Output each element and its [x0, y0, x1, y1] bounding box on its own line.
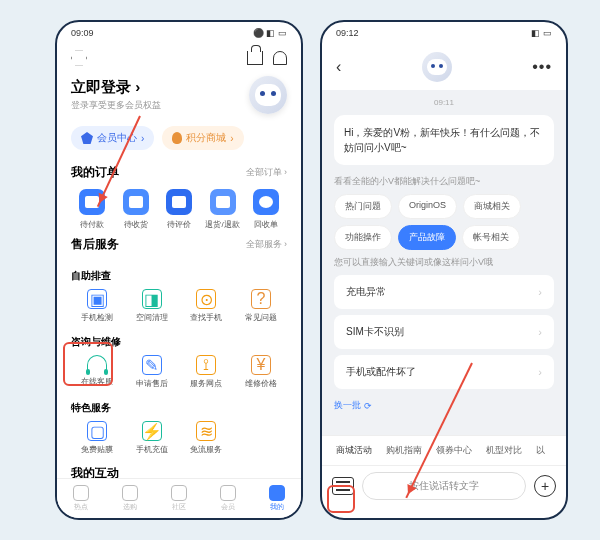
order-pending-review[interactable]: 待评价	[158, 189, 200, 230]
hint-categories: 看看全能的小V都能解决什么问题吧~	[334, 175, 554, 188]
tab-coupon[interactable]: 领券中心	[436, 444, 472, 457]
service-title: 售后服务	[71, 236, 119, 253]
tab-buy-guide[interactable]: 购机指南	[386, 444, 422, 457]
faq-broken[interactable]: 手机或配件坏了›	[334, 355, 554, 389]
bot-face-icon	[427, 59, 447, 75]
chip-originos[interactable]: OriginOS	[398, 194, 457, 219]
quick-tabs: 商城活动 购机指南 领券中心 机型对比 以	[322, 435, 566, 465]
phone-left: 09:09 ⚫ ◧ ▭ 立即登录 › 登录享受更多会员权益 会员中心 › 积分商…	[55, 20, 303, 520]
input-bar: 按住说话转文字 +	[322, 465, 566, 505]
chip-fault[interactable]: 产品故障	[398, 225, 456, 250]
member-center-pill[interactable]: 会员中心 ›	[71, 126, 154, 150]
clock: 09:09	[71, 28, 94, 38]
diamond-icon	[81, 132, 93, 144]
chat-area: 09:11 Hi，亲爱的V粉，新年快乐！有什么问题，不妨问问小V吧~ 看看全能的…	[322, 90, 566, 435]
status-icons: ◧ ▭	[531, 28, 552, 38]
medal-icon	[172, 132, 182, 144]
refresh-batch[interactable]: 换一批 ⟳	[334, 395, 554, 416]
login-subtitle: 登录享受更多会员权益	[71, 99, 161, 112]
orders-more[interactable]: 全部订单 ›	[246, 166, 288, 179]
avatar[interactable]	[249, 76, 287, 114]
special-title: 特色服务	[71, 393, 287, 421]
phone-recharge[interactable]: ⚡手机充值	[126, 421, 178, 455]
self-space-clean[interactable]: ◨空间清理	[126, 289, 178, 323]
login-section[interactable]: 立即登录 › 登录享受更多会员权益	[57, 72, 301, 118]
tab-compare[interactable]: 机型对比	[486, 444, 522, 457]
self-faq[interactable]: ?常见问题	[235, 289, 287, 323]
nav-member[interactable]: 会员	[220, 485, 236, 512]
nav-mine[interactable]: 我的	[269, 485, 285, 512]
order-recycle[interactable]: 回收单	[245, 189, 287, 230]
chip-function[interactable]: 功能操作	[334, 225, 392, 250]
order-refund[interactable]: 退货/退款	[202, 189, 244, 230]
faq-sim[interactable]: SIM卡不识别›	[334, 315, 554, 349]
order-pending-payment[interactable]: 待付款	[71, 189, 113, 230]
service-points[interactable]: ⟟服务网点	[180, 355, 232, 389]
self-phone-check[interactable]: ▣手机检测	[71, 289, 123, 323]
free-film[interactable]: ▢免费贴膜	[71, 421, 123, 455]
cart-icon[interactable]	[247, 51, 263, 65]
phone-right: 09:12 ◧ ▭ ‹ ••• 09:11 Hi，亲爱的V粉，新年快乐！有什么问…	[320, 20, 568, 520]
points-mall-pill[interactable]: 积分商城 ›	[162, 126, 243, 150]
back-icon[interactable]: ‹	[336, 58, 341, 76]
clock: 09:12	[336, 28, 359, 38]
service-more[interactable]: 全部服务 ›	[246, 238, 288, 251]
self-check-title: 自助排查	[71, 261, 287, 289]
bot-face-icon	[255, 84, 281, 106]
chevron-right-icon: ›	[538, 326, 542, 338]
self-find-phone[interactable]: ⊙查找手机	[180, 289, 232, 323]
login-title: 立即登录 ›	[71, 78, 161, 97]
status-icons: ⚫ ◧ ▭	[253, 28, 287, 38]
highlight-online-service	[63, 342, 113, 386]
nav-hot[interactable]: 热点	[73, 485, 89, 512]
hint-keyword: 您可以直接输入关键词或像这样问小V哦	[334, 256, 554, 269]
status-bar: 09:12 ◧ ▭	[322, 22, 566, 44]
chat-avatar[interactable]	[422, 52, 452, 82]
greeting-bubble: Hi，亲爱的V粉，新年快乐！有什么问题，不妨问问小V吧~	[334, 115, 554, 165]
status-bar: 09:09 ⚫ ◧ ▭	[57, 22, 301, 44]
free-flow[interactable]: ≋免流服务	[180, 421, 232, 455]
chip-mall[interactable]: 商城相关	[463, 194, 521, 219]
chip-account[interactable]: 帐号相关	[462, 225, 520, 250]
highlight-keyboard	[327, 485, 355, 513]
faq-charge[interactable]: 充电异常›	[334, 275, 554, 309]
voice-input[interactable]: 按住说话转文字	[362, 472, 526, 500]
orders-section: 我的订单 全部订单 › 待付款 待收货 待评价 退货/退款 回收单	[57, 164, 301, 230]
plus-icon[interactable]: +	[534, 475, 556, 497]
chat-header: ‹ •••	[322, 44, 566, 90]
apply-service[interactable]: ✎申请售后	[126, 355, 178, 389]
header	[57, 44, 301, 72]
repair-price[interactable]: ¥维修价格	[235, 355, 287, 389]
notification-icon[interactable]	[273, 51, 287, 65]
bottom-nav: 热点 选购 社区 会员 我的	[57, 478, 301, 518]
order-pending-receipt[interactable]: 待收货	[115, 189, 157, 230]
tab-more[interactable]: 以	[536, 444, 545, 457]
settings-hex-icon[interactable]	[71, 50, 87, 66]
chevron-right-icon: ›	[538, 286, 542, 298]
timestamp: 09:11	[334, 98, 554, 107]
nav-shop[interactable]: 选购	[122, 485, 138, 512]
tab-mall-activity[interactable]: 商城活动	[336, 444, 372, 457]
category-chips: 热门问题 OriginOS 商城相关 功能操作 产品故障 帐号相关	[334, 194, 554, 250]
chip-hot[interactable]: 热门问题	[334, 194, 392, 219]
more-icon[interactable]: •••	[532, 58, 552, 76]
nav-community[interactable]: 社区	[171, 485, 187, 512]
chevron-right-icon: ›	[538, 366, 542, 378]
